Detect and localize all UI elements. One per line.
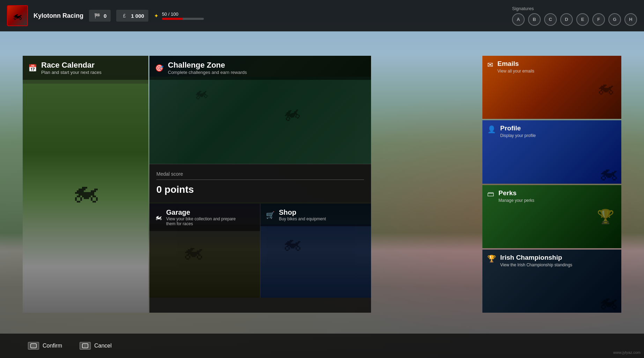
signatures-section: Signatures A B C D E F G H bbox=[512, 6, 637, 26]
garage-icon: 🏍 bbox=[155, 213, 162, 221]
watermark: www.jytyaz.com bbox=[613, 350, 641, 355]
right-panel: 🏍 ✉ Emails View all your emails 🏍 👤 Prof… bbox=[482, 56, 621, 313]
garage-subtitle: View your bike collection and prepare th… bbox=[166, 216, 236, 226]
profile-subtitle: Display your profile bbox=[500, 133, 536, 138]
cancel-label: Cancel bbox=[94, 343, 112, 349]
sig-c: C bbox=[544, 13, 557, 26]
profile-icon: 👤 bbox=[487, 125, 496, 134]
perks-tile[interactable]: 🏆 🗃 Perks Manage your perks bbox=[482, 185, 621, 248]
challenge-zone-text: Challenge Zone Complete challenges and e… bbox=[168, 61, 247, 75]
shop-icon: 🛒 bbox=[266, 211, 275, 219]
emails-subtitle: View all your emails bbox=[497, 69, 534, 74]
garage-title-bar: 🏍 Garage View your bike collection and p… bbox=[149, 204, 260, 231]
profile-tile[interactable]: 🏍 👤 Profile Display your profile bbox=[482, 120, 621, 183]
challenge-zone-title: Challenge Zone bbox=[168, 61, 247, 70]
center-panel: 🏍 🏍 🎯 Challenge Zone Complete challenges… bbox=[149, 56, 371, 313]
irish-text: Irish Championship View the Irish Champi… bbox=[500, 254, 572, 267]
signatures-list: A B C D E F G H bbox=[512, 13, 637, 26]
perks-text: Perks Manage your perks bbox=[498, 189, 534, 203]
race-calendar-text: Race Calendar Plan and start your next r… bbox=[41, 61, 102, 75]
profile-content: 👤 Profile Display your profile bbox=[482, 120, 621, 183]
perks-icon: 🗃 bbox=[487, 190, 494, 198]
irish-subtitle: View the Irish Championship standings bbox=[500, 262, 572, 267]
irish-content: 🏆 Irish Championship View the Irish Cham… bbox=[482, 250, 621, 313]
header-left: Kylotonn Racing 🏁 0 £ 1 000 ✦ 50 / 100 bbox=[7, 5, 204, 26]
money-stat: £ 1 000 bbox=[116, 10, 148, 22]
player-name: Kylotonn Racing bbox=[34, 12, 83, 20]
medal-score-value: 0 points bbox=[156, 184, 194, 195]
confirm-btn-icon: □ bbox=[28, 342, 39, 350]
shop-title-bar: 🛒 Shop Buy bikes and equipment bbox=[260, 204, 371, 226]
sig-b: B bbox=[528, 13, 541, 26]
xp-fill bbox=[162, 18, 183, 20]
shop-section[interactable]: 🏍 🛒 Shop Buy bikes and equipment bbox=[260, 204, 371, 298]
race-calendar-icon: 📅 bbox=[28, 64, 37, 72]
cancel-btn-icon: □ bbox=[80, 342, 91, 350]
races-icon: 🏁 bbox=[93, 12, 101, 20]
sig-h: H bbox=[624, 13, 637, 26]
medal-score-label: Medal score bbox=[156, 171, 364, 177]
perks-content: 🗃 Perks Manage your perks bbox=[482, 185, 621, 248]
emails-icon: ✉ bbox=[487, 61, 493, 69]
perks-title: Perks bbox=[498, 189, 534, 197]
sig-d: D bbox=[560, 13, 573, 26]
race-calendar-panel[interactable]: 📅 Race Calendar Plan and start your next… bbox=[23, 56, 148, 313]
svg-text:□: □ bbox=[84, 344, 86, 348]
race-calendar-subtitle: Plan and start your next races bbox=[41, 70, 102, 75]
cancel-action[interactable]: □ Cancel bbox=[80, 342, 112, 350]
sig-g: G bbox=[608, 13, 621, 26]
xp-bar bbox=[162, 18, 204, 20]
main-content: 📅 Race Calendar Plan and start your next… bbox=[0, 31, 644, 358]
shop-text: Shop Buy bikes and equipment bbox=[279, 208, 326, 221]
xp-bar-wrapper: 50 / 100 bbox=[162, 12, 204, 20]
svg-text:□: □ bbox=[33, 344, 35, 348]
xp-container: ✦ 50 / 100 bbox=[154, 12, 204, 20]
profile-text: Profile Display your profile bbox=[500, 124, 536, 138]
profile-title: Profile bbox=[500, 124, 536, 132]
races-stat: 🏁 0 bbox=[89, 10, 111, 22]
challenge-zone-subtitle: Complete challenges and earn rewards bbox=[168, 70, 247, 75]
challenge-zone-icon: 🎯 bbox=[155, 64, 164, 72]
challenge-zone-title-bar: 🎯 Challenge Zone Complete challenges and… bbox=[149, 56, 371, 80]
shop-title: Shop bbox=[279, 208, 326, 216]
header-bar: Kylotonn Racing 🏁 0 £ 1 000 ✦ 50 / 100 S… bbox=[0, 0, 644, 31]
money-icon: £ bbox=[120, 12, 128, 20]
challenge-zone-section[interactable]: 🏍 🏍 🎯 Challenge Zone Complete challenges… bbox=[149, 56, 371, 164]
sig-e: E bbox=[576, 13, 589, 26]
emails-content: ✉ Emails View all your emails bbox=[482, 56, 621, 119]
bottom-bar: □ Confirm □ Cancel bbox=[0, 334, 644, 358]
bottom-sections: 🏍 🏍 Garage View your bike collection and… bbox=[149, 204, 371, 298]
sig-f: F bbox=[592, 13, 605, 26]
emails-title: Emails bbox=[497, 60, 534, 68]
medal-score-section: Medal score 0 points bbox=[149, 164, 371, 202]
avatar bbox=[7, 5, 28, 26]
confirm-label: Confirm bbox=[43, 343, 62, 349]
irish-icon: 🏆 bbox=[487, 254, 496, 263]
xp-icon: ✦ bbox=[154, 13, 158, 19]
shop-subtitle: Buy bikes and equipment bbox=[279, 216, 326, 221]
score-divider bbox=[156, 180, 364, 180]
irish-championship-tile[interactable]: 🏍 🏆 Irish Championship View the Irish Ch… bbox=[482, 250, 621, 313]
garage-text: Garage View your bike collection and pre… bbox=[166, 208, 236, 226]
garage-section[interactable]: 🏍 🏍 Garage View your bike collection and… bbox=[149, 204, 260, 298]
perks-subtitle: Manage your perks bbox=[498, 198, 534, 203]
sig-a: A bbox=[512, 13, 525, 26]
signatures-label: Signatures bbox=[512, 6, 534, 11]
race-calendar-title: Race Calendar bbox=[41, 61, 102, 70]
xp-label: 50 / 100 bbox=[162, 12, 204, 17]
emails-text: Emails View all your emails bbox=[497, 60, 534, 74]
emails-tile[interactable]: 🏍 ✉ Emails View all your emails bbox=[482, 56, 621, 119]
races-value: 0 bbox=[104, 13, 106, 19]
money-value: 1 000 bbox=[131, 13, 144, 19]
irish-title: Irish Championship bbox=[500, 254, 572, 261]
confirm-action[interactable]: □ Confirm bbox=[28, 342, 62, 350]
garage-title: Garage bbox=[166, 208, 236, 216]
race-calendar-title-bar: 📅 Race Calendar Plan and start your next… bbox=[23, 56, 148, 80]
